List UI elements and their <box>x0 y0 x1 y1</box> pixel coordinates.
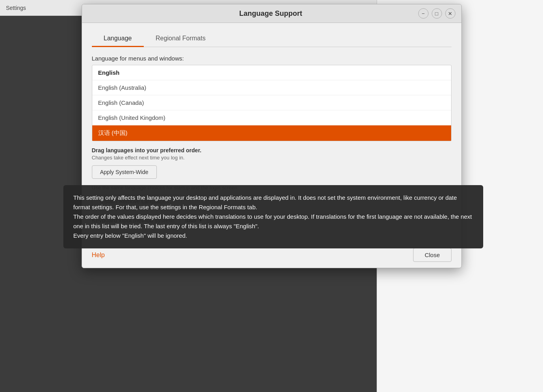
close-button[interactable]: ✕ <box>445 8 455 19</box>
chevron-down-icon: ▾ <box>199 217 202 223</box>
list-item-english[interactable]: English <box>92 65 451 80</box>
title-bar: Language Support − □ ✕ <box>82 4 461 23</box>
tab-regional-formats[interactable]: Regional Formats <box>144 31 217 47</box>
install-remove-button[interactable]: Install / Remove Languages... <box>92 195 182 208</box>
dialog-body: Language Regional Formats Language for m… <box>82 23 461 242</box>
drag-sublabel: Changes take effect next time you log in… <box>92 155 452 161</box>
dialog-footer: Help Close <box>82 242 461 268</box>
dialog-overlay: Language Support − □ ✕ Language Regional… <box>0 0 543 392</box>
tabs: Language Regional Formats <box>92 31 452 47</box>
action-buttons: Apply System-Wide <box>92 165 452 179</box>
close-dialog-button[interactable]: Close <box>413 248 451 262</box>
keyboard-row: Keyboard input method system: IBus ▾ <box>92 214 452 226</box>
language-section-label: Language for menus and windows: <box>92 55 452 62</box>
tab-language[interactable]: Language <box>92 31 144 47</box>
keyboard-method-select[interactable]: IBus ▾ <box>180 214 207 226</box>
minimize-button[interactable]: − <box>418 8 429 19</box>
language-list: English English (Australia) English (Can… <box>92 65 452 141</box>
list-item-english-uk[interactable]: English (United Kingdom) <box>92 110 451 125</box>
window-controls: − □ ✕ <box>418 8 455 19</box>
maximize-button[interactable]: □ <box>432 8 442 19</box>
apply-system-wide-button[interactable]: Apply System-Wide <box>92 165 157 179</box>
use-same-label: Use the same language choices for startu… <box>92 185 452 191</box>
drag-label: Drag languages into your preferred order… <box>92 147 452 153</box>
list-item-english-au[interactable]: English (Australia) <box>92 80 451 95</box>
list-item-chinese[interactable]: 汉语 (中国) <box>92 125 451 141</box>
list-item-english-ca[interactable]: English (Canada) <box>92 95 451 110</box>
install-buttons: Install / Remove Languages... <box>92 195 452 208</box>
dialog-title: Language Support <box>124 9 418 18</box>
keyboard-label: Keyboard input method system: <box>92 217 175 223</box>
language-support-dialog: Language Support − □ ✕ Language Regional… <box>82 4 462 268</box>
help-link[interactable]: Help <box>92 252 105 259</box>
